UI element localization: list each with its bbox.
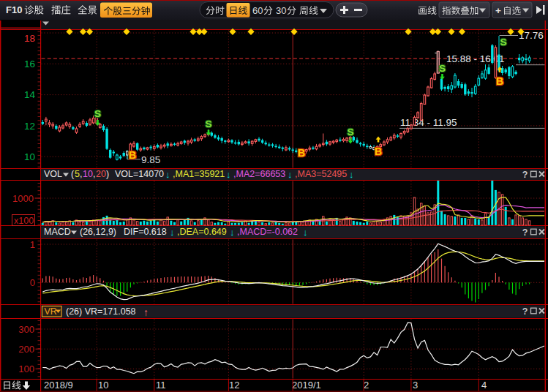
svg-text:10: 10 bbox=[24, 151, 35, 162]
svg-text:↓: ↓ bbox=[303, 227, 308, 238]
svg-text:12: 12 bbox=[24, 121, 35, 132]
svg-text:14: 14 bbox=[24, 89, 36, 100]
svg-text:60: 60 bbox=[252, 5, 263, 16]
svg-text:↑: ↑ bbox=[143, 306, 149, 318]
svg-text:?: ? bbox=[522, 227, 528, 238]
svg-text:VOL: VOL bbox=[44, 169, 62, 179]
svg-text:11: 11 bbox=[156, 380, 166, 391]
svg-text:): ) bbox=[106, 169, 109, 179]
svg-text:4: 4 bbox=[481, 380, 487, 391]
svg-text:,: , bbox=[80, 169, 82, 179]
svg-text:MACD: MACD bbox=[44, 227, 71, 237]
svg-text:3: 3 bbox=[413, 380, 418, 391]
svg-text:11.84 - 11.95: 11.84 - 11.95 bbox=[400, 117, 457, 128]
svg-text:10: 10 bbox=[83, 169, 93, 179]
svg-text:S: S bbox=[94, 108, 101, 119]
svg-text:,MA2=66653: ,MA2=66653 bbox=[233, 169, 285, 179]
svg-text:B: B bbox=[298, 147, 305, 159]
svg-text:↓: ↓ bbox=[170, 227, 175, 238]
svg-text:S: S bbox=[500, 37, 506, 48]
svg-text:S: S bbox=[205, 118, 211, 129]
svg-text:↓: ↓ bbox=[288, 169, 293, 180]
svg-text:DIF=0.618: DIF=0.618 bbox=[124, 227, 167, 237]
svg-text:F10: F10 bbox=[6, 4, 22, 15]
svg-text:VOL=14070: VOL=14070 bbox=[115, 169, 164, 179]
svg-text:,MA1=35921: ,MA1=35921 bbox=[173, 169, 225, 179]
svg-text:?: ? bbox=[522, 170, 528, 180]
svg-text:S: S bbox=[347, 127, 353, 137]
svg-text:300: 300 bbox=[18, 324, 34, 335]
svg-text:2019/1: 2019/1 bbox=[292, 380, 321, 391]
svg-text:16: 16 bbox=[24, 59, 35, 69]
svg-text:B: B bbox=[496, 75, 503, 87]
svg-text:12: 12 bbox=[229, 380, 239, 391]
svg-text:9.85: 9.85 bbox=[141, 154, 160, 165]
svg-text:30: 30 bbox=[276, 5, 286, 16]
svg-text:x100: x100 bbox=[14, 216, 34, 226]
svg-text:,DEA=0.649: ,DEA=0.649 bbox=[177, 227, 227, 237]
svg-text:↓: ↓ bbox=[165, 169, 170, 180]
svg-text:2: 2 bbox=[364, 380, 369, 391]
svg-text:5: 5 bbox=[75, 169, 80, 179]
svg-text:1000: 1000 bbox=[12, 193, 34, 204]
svg-text:+: + bbox=[495, 5, 501, 16]
svg-text:B: B bbox=[129, 149, 136, 161]
svg-text:,MACD=-0.062: ,MACD=-0.062 bbox=[237, 227, 298, 237]
svg-text:200: 200 bbox=[18, 344, 34, 355]
svg-text:,MA3=52495: ,MA3=52495 bbox=[295, 169, 347, 179]
svg-text:(26,12,9): (26,12,9) bbox=[80, 227, 116, 237]
svg-text:S: S bbox=[439, 63, 446, 74]
svg-text:1: 1 bbox=[30, 239, 35, 250]
svg-text:↓: ↓ bbox=[226, 169, 231, 180]
svg-text:↓: ↓ bbox=[349, 169, 354, 180]
svg-text:?: ? bbox=[522, 306, 528, 317]
svg-text:0: 0 bbox=[30, 277, 35, 288]
svg-text:VR: VR bbox=[45, 306, 57, 317]
svg-text:2018/9: 2018/9 bbox=[44, 380, 73, 391]
svg-text:10: 10 bbox=[98, 380, 108, 391]
svg-text:100: 100 bbox=[18, 363, 34, 374]
svg-text:20: 20 bbox=[96, 169, 106, 179]
svg-text:(26) VR=171.058: (26) VR=171.058 bbox=[66, 306, 136, 317]
svg-text:B: B bbox=[375, 146, 382, 157]
svg-text:↓: ↓ bbox=[230, 227, 235, 238]
svg-text:,: , bbox=[93, 169, 95, 179]
svg-text:18: 18 bbox=[24, 33, 35, 44]
